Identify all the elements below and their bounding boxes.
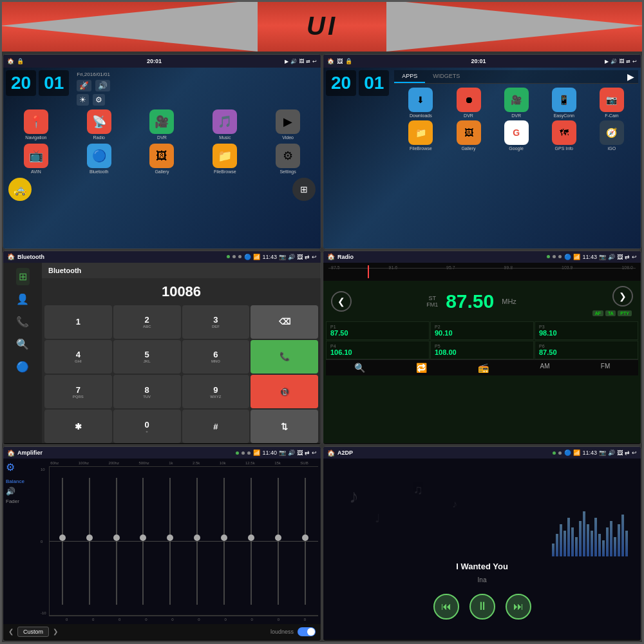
dial-key-1[interactable]: 1 xyxy=(44,305,112,339)
prev-station-button[interactable]: ❮ xyxy=(331,291,352,312)
radio-repeat-btn[interactable]: 🔁 xyxy=(416,363,427,373)
app-downloads-icon: ⬇ xyxy=(408,88,433,112)
dial-key-call[interactable]: 📞 xyxy=(251,340,318,374)
dial-key-end[interactable]: 📵 xyxy=(251,375,318,408)
app-dvr-label: DVR xyxy=(157,135,167,140)
app-settings[interactable]: ⚙ Settings xyxy=(258,144,318,174)
menu-button[interactable]: ⊞ xyxy=(292,178,316,201)
bt-sidebar-search[interactable]: 🔍 xyxy=(14,336,32,353)
preset-p2[interactable]: P2 90.10 xyxy=(430,321,534,340)
amp-next-btn[interactable]: ❯ xyxy=(53,628,58,635)
app-bluetooth[interactable]: 🔵 Bluetooth xyxy=(69,144,129,174)
app-easyconn-label: EasyConn xyxy=(554,113,574,118)
app-gallery2[interactable]: 🖼 Gallery xyxy=(446,120,491,151)
dial-key-hash[interactable]: # xyxy=(182,410,250,443)
radio-main: ❮ ST FM1 87.50 MHz ❯ xyxy=(323,281,641,444)
app-filebrowse-label: FileBrowse xyxy=(214,169,236,174)
preset-p5[interactable]: P5 108.00 xyxy=(430,341,534,359)
store-icon[interactable]: ▶ xyxy=(623,70,638,83)
app-dvr2[interactable]: 🎥 DVR xyxy=(494,88,539,118)
home-icon-4[interactable]: 🏠 xyxy=(327,253,335,260)
bt-sidebar-keypad[interactable]: ⊞ xyxy=(16,268,30,285)
bt-sidebar-calls[interactable]: 📞 xyxy=(14,313,32,330)
dial-key-5[interactable]: 5JKL xyxy=(113,340,181,374)
radio-antenna-btn[interactable]: 📻 xyxy=(478,363,489,373)
bt-main: Bluetooth 10086 1 2ABC 3DEF ⌫ 4GHI 5JKL … xyxy=(42,263,321,444)
dial-key-3[interactable]: 3DEF xyxy=(182,305,250,339)
radio-search-btn[interactable]: 🔍 xyxy=(354,363,365,373)
preset-p3[interactable]: P3 98.10 xyxy=(535,321,638,340)
tab-widgets[interactable]: WIDGETS xyxy=(425,70,468,83)
amp-prev-btn[interactable]: ❮ xyxy=(8,628,14,635)
eq-label-12_5k: 12.5k xyxy=(245,461,255,465)
app-igo[interactable]: 🧭 iGO xyxy=(589,120,634,151)
dial-key-2[interactable]: 2ABC xyxy=(113,305,181,339)
amp-loudness-toggle[interactable] xyxy=(298,627,316,636)
speaker-icon-1[interactable]: 🔊 xyxy=(95,80,110,91)
bt-sidebar-contacts[interactable]: 👤 xyxy=(14,290,32,308)
tab-apps[interactable]: APPS xyxy=(394,70,425,83)
song-title: I Wanted You xyxy=(456,562,508,571)
app-avin[interactable]: 📺 AVIN xyxy=(6,144,66,174)
app-dvr[interactable]: 🎥 DVR xyxy=(132,109,193,140)
radio-fm-btn[interactable]: FM xyxy=(601,363,610,373)
app-google[interactable]: G Google xyxy=(494,120,539,151)
app-dvr-rec[interactable]: ⏺ DVR xyxy=(446,88,491,118)
app-navigation[interactable]: 📍 Navigation xyxy=(6,109,66,140)
settings-small-icon-1[interactable]: ⚙ xyxy=(93,94,105,106)
dial-key-swap[interactable]: ⇅ xyxy=(251,410,318,443)
dial-key-backspace[interactable]: ⌫ xyxy=(251,305,318,339)
taxi-button[interactable]: 🚕 xyxy=(8,178,32,201)
dial-key-4[interactable]: 4GHI xyxy=(44,340,112,374)
dial-key-6[interactable]: 6MNO xyxy=(182,340,250,374)
bt-sidebar-bt[interactable]: 🔵 xyxy=(14,358,32,375)
dial-key-9[interactable]: 9WXYZ xyxy=(182,375,250,408)
amp-preset-button[interactable]: Custom xyxy=(17,627,49,637)
app-navigation-label: Navigation xyxy=(25,135,46,140)
home-icon-3[interactable]: 🏠 xyxy=(7,253,15,260)
a2dp-time: 11:43 xyxy=(582,450,597,456)
app-gpsinfo[interactable]: 🗺 GPS Info xyxy=(542,120,587,151)
prev-track-button[interactable]: ⏮ xyxy=(433,594,459,620)
brightness-icon-1[interactable]: ☀ xyxy=(77,94,89,106)
app-gallery[interactable]: 🖼 Gallery xyxy=(132,144,193,174)
app-filebrowse2[interactable]: 📁 FileBrowse xyxy=(398,120,443,151)
app-filebrowse[interactable]: 📁 FileBrowse xyxy=(194,144,255,174)
eq-values-row: 00000 00000 xyxy=(41,618,318,621)
preset-p1[interactable]: P1 87.50 xyxy=(326,321,430,340)
app-dvr-rec-label: DVR xyxy=(464,113,473,118)
app-easyconn[interactable]: 📱 EasyConn xyxy=(542,88,587,118)
app-filebrowse2-icon: 📁 xyxy=(408,120,433,145)
song-artist: Ina xyxy=(478,576,487,583)
home-icon-2[interactable]: 🏠 xyxy=(327,58,334,64)
radio-header-icons: 🔵📶 11:43 📷🔊🖼⇄↩ xyxy=(564,254,637,260)
dial-key-8[interactable]: 8TUV xyxy=(113,375,181,408)
dial-key-7[interactable]: 7PQRS xyxy=(44,375,112,408)
home-icon-1[interactable]: 🏠 xyxy=(7,58,14,64)
radio-am-btn[interactable]: AM xyxy=(540,363,550,373)
home-icon-5[interactable]: 🏠 xyxy=(7,450,15,457)
app-radio[interactable]: 📡 Radio xyxy=(69,109,129,140)
radio-tag-ta[interactable]: TA xyxy=(605,310,616,316)
radio-tag-af[interactable]: AF xyxy=(592,310,603,316)
app-fcam[interactable]: 📷 F-Cam xyxy=(589,88,634,118)
rocket-icon-1[interactable]: 🚀 xyxy=(77,80,91,91)
app-video[interactable]: ▶ Video xyxy=(258,109,318,140)
amp-header-icons: 📶 11:40 📷🔊🖼⇄↩ xyxy=(253,450,317,456)
dial-key-0[interactable]: 0+ xyxy=(113,410,181,443)
preset-p6[interactable]: P6 87.50 xyxy=(535,341,638,359)
dial-key-star[interactable]: ✱ xyxy=(44,410,112,443)
app-music[interactable]: 🎵 Music xyxy=(194,109,255,140)
pause-button[interactable]: ⏸ xyxy=(469,594,495,620)
status-left-2: 🏠 🖼 🔒 xyxy=(327,58,352,64)
eq-label-200hz: 200hz xyxy=(109,461,119,465)
eq-label-500hz: 500hz xyxy=(138,461,149,465)
app-bluetooth-label: Bluetooth xyxy=(90,169,109,174)
preset-p4[interactable]: P4 106.10 xyxy=(326,341,430,359)
app-downloads[interactable]: ⬇ Downloads xyxy=(398,88,443,118)
radio-tag-pty[interactable]: PTY xyxy=(618,310,632,316)
next-track-button[interactable]: ⏭ xyxy=(506,594,531,620)
next-station-button[interactable]: ❯ xyxy=(612,286,633,307)
home-icon-6[interactable]: 🏠 xyxy=(327,450,335,457)
bt-dot-inactive2 xyxy=(238,255,242,258)
